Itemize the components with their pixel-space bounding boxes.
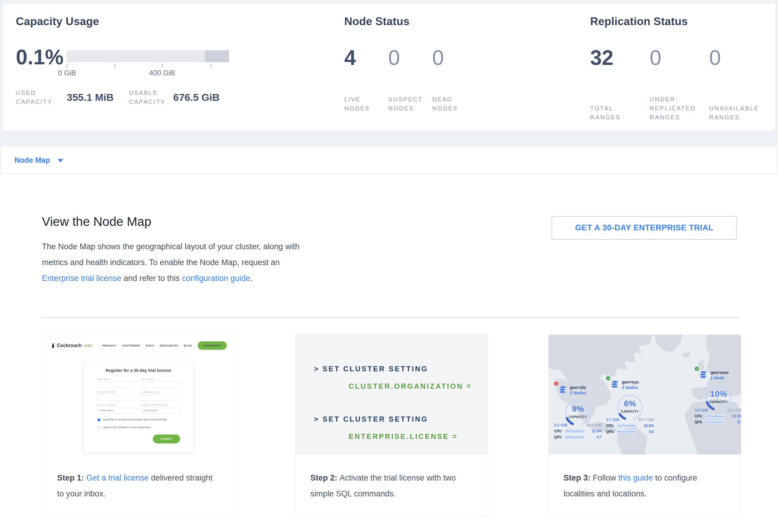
- field-label: PROJECT PHASE: [97, 404, 136, 406]
- nav-item: BLOG: [184, 344, 192, 347]
- live-nodes-value: 4: [344, 47, 388, 69]
- configuration-guide-link[interactable]: configuration guide: [182, 274, 250, 283]
- locality-node-count: 2 Nodes: [622, 385, 639, 390]
- replication-status-section: Replication Status 32 0 0 TOTAL RANGES U…: [590, 15, 775, 131]
- nav-item: PRODUCT: [102, 344, 116, 347]
- trial-registration-form: Register for a 30-day trial license FIRS…: [83, 361, 193, 453]
- axis-tick-label: 400 GiB: [149, 69, 175, 77]
- qps-metric: QPS 0.0: [695, 420, 741, 424]
- usable-capacity-value: 676.5 GiB: [173, 91, 220, 103]
- locality-name: geo=sfo: [570, 385, 586, 390]
- capacity-percent: 10%: [701, 389, 736, 399]
- axis-tick: [162, 64, 163, 67]
- step2-card: > SET CLUSTER SETTING CLUSTER.ORGANIZATI…: [295, 334, 488, 517]
- locality-node-count: 2 Nodes: [570, 390, 586, 395]
- qps-metric: QPS 0.0: [606, 430, 654, 434]
- database-icon: [558, 385, 567, 394]
- database-icon: [699, 370, 708, 379]
- cpu-sparkline-icon: [617, 424, 636, 428]
- company-email-field: [141, 394, 180, 401]
- suspect-nodes-label: SUSPECT NODES: [388, 95, 425, 113]
- capacity-usage-title: Capacity Usage: [16, 15, 344, 28]
- node-status-title: Node Status: [344, 15, 590, 28]
- axis-tick: [211, 64, 211, 67]
- last-name-field: [141, 381, 180, 388]
- sql-setting: ENTERPRISE.LICENSE =: [296, 432, 488, 441]
- cpu-sparkline-icon: [565, 429, 585, 433]
- cluster-summary-panel: Capacity Usage 0.1% 0 GiB 400 GiB USED C…: [2, 3, 776, 131]
- locality-nyc: ✓ geo=nyc 2 Nodes: [606, 380, 654, 434]
- unavailable-ranges-value: 0: [709, 47, 769, 69]
- live-nodes-label: LIVE NODES: [344, 95, 382, 113]
- capacity-gauge: 9% CAPACITY: [560, 397, 596, 427]
- get-trial-license-link[interactable]: Get a trial license: [86, 473, 149, 482]
- node-status-section: Node Status 4 0 0 LIVE NODES SUSPECT NOD…: [344, 15, 590, 131]
- checkbox-empty-icon: [97, 427, 100, 429]
- registration-site-thumbnail: Cockroach LABS PRODUCT CUSTOMERS DOCS RE…: [42, 335, 235, 455]
- step1-card: Cockroach LABS PRODUCT CUSTOMERS DOCS RE…: [42, 334, 235, 517]
- nav-item: RESOURCES: [160, 344, 178, 347]
- sql-command: > SET CLUSTER SETTING: [296, 415, 488, 424]
- locality-name: geo=ams: [710, 370, 729, 375]
- node-map-intro-section: View the Node Map The Node Map shows the…: [0, 174, 778, 532]
- view-selector-dropdown[interactable]: Node Map: [1, 146, 777, 174]
- total-ranges-label: TOTAL RANGES: [590, 104, 641, 122]
- intro-paragraph: The Node Map shows the geographical layo…: [42, 239, 317, 286]
- node-map-thumbnail: 1 geo=sfo 2 Nodes: [549, 335, 741, 455]
- axis-tick: [67, 64, 67, 67]
- this-guide-link[interactable]: this guide: [618, 473, 653, 482]
- enterprise-trial-button[interactable]: GET A 30-DAY ENTERPRISE TRIAL: [552, 216, 737, 240]
- field-label: FIRST NAME: [97, 378, 136, 380]
- cockroach-icon: [51, 343, 55, 349]
- replication-status-title: Replication Status: [590, 15, 775, 28]
- capacity-bar: 0 GiB 400 GiB: [67, 50, 229, 68]
- capacity-label: CAPACITY: [612, 409, 648, 413]
- step1-caption: Step 1: Get a trial license delivered st…: [42, 455, 235, 502]
- chevron-down-icon: [58, 159, 63, 162]
- qps-sparkline-icon: [617, 430, 636, 434]
- site-nav: PRODUCT CUSTOMERS DOCS RESOURCES BLOG DO…: [102, 341, 227, 350]
- step1-screenshot: Cockroach LABS PRODUCT CUSTOMERS DOCS RE…: [42, 335, 235, 455]
- axis-tick: [114, 64, 115, 67]
- step3-card: 1 geo=sfo 2 Nodes: [548, 334, 741, 517]
- qps-sparkline-icon: [565, 435, 585, 439]
- total-ranges-value: 32: [590, 47, 650, 69]
- view-selector-label[interactable]: Node Map: [14, 156, 50, 165]
- check-badge-icon: ✓: [605, 376, 611, 381]
- field-label: COMPANY EMAIL: [141, 391, 180, 393]
- enterprise-trial-license-link[interactable]: Enterprise trial license: [42, 274, 122, 283]
- checkbox-label: I agree to the Software License Agreemen…: [102, 426, 151, 429]
- step2-sql-snippet: > SET CLUSTER SETTING CLUSTER.ORGANIZATI…: [296, 335, 488, 455]
- intro-text: .: [250, 274, 252, 283]
- capacity-gauge: 10% CAPACITY: [701, 382, 736, 412]
- checkbox-label: I would like to receive email updates ab…: [102, 418, 167, 421]
- sql-command: > SET CLUSTER SETTING: [296, 365, 488, 373]
- capacity-usage-section: Capacity Usage 0.1% 0 GiB 400 GiB USED C…: [16, 15, 344, 131]
- database-icon: [610, 380, 619, 389]
- under-replicated-ranges-value: 0: [650, 47, 709, 69]
- intro-text: The Node Map shows the geographical layo…: [42, 242, 300, 267]
- company-name-field: [97, 394, 136, 401]
- check-badge-icon: ✓: [694, 366, 700, 372]
- cpu-metric: CPU 11.0%: [554, 429, 602, 433]
- axis-tick-label: 0 GiB: [58, 69, 76, 77]
- section-divider: [42, 317, 740, 318]
- cpu-sparkline-icon: [705, 414, 725, 418]
- capacity-label: CAPACITY: [560, 415, 596, 419]
- reason-select: Please Select: [141, 407, 180, 413]
- nav-item: DOCS: [146, 344, 154, 347]
- capacity-percent: 6%: [612, 399, 648, 408]
- unavailable-ranges-label: UNAVAILABLE RANGES: [709, 104, 763, 122]
- under-replicated-ranges-label: UNDER-REPLICATED RANGES: [650, 95, 699, 122]
- steps-cards-row: Cockroach LABS PRODUCT CUSTOMERS DOCS RE…: [42, 334, 741, 517]
- dead-nodes-value: 0: [432, 47, 476, 69]
- locality-ams: ✓ geo=ams 1 Node: [695, 370, 741, 424]
- license-agreement-checkbox-row: I agree to the Software License Agreemen…: [97, 426, 180, 429]
- field-label: COMPANY NAME: [97, 391, 136, 393]
- qps-sparkline-icon: [705, 420, 725, 424]
- email-updates-checkbox-row: I would like to receive email updates ab…: [97, 418, 180, 421]
- used-capacity-label: USED CAPACITY: [16, 88, 67, 106]
- capacity-label: CAPACITY: [701, 400, 736, 404]
- capacity-gauge: 6% CAPACITY: [612, 392, 648, 422]
- first-name-field: [97, 381, 136, 388]
